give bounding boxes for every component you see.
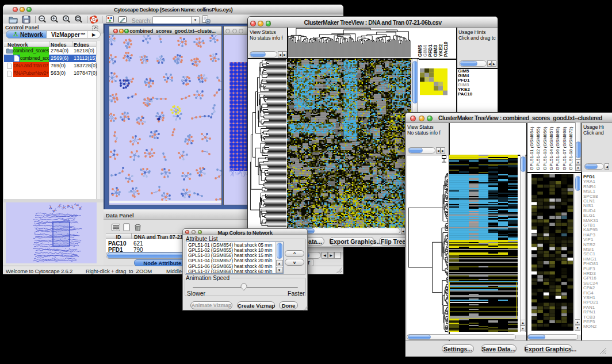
svg-text:MON2: MON2 <box>583 324 597 329</box>
